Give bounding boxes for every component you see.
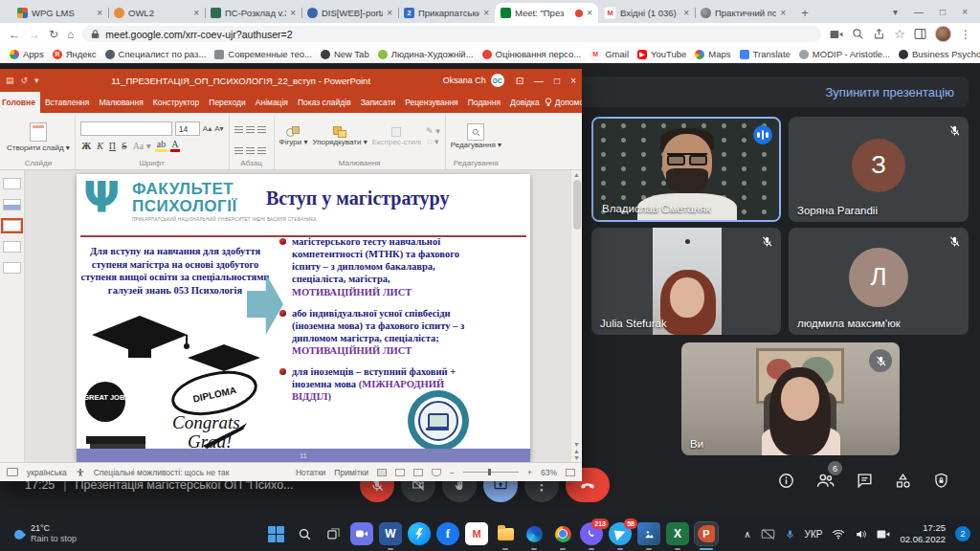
telegram-button[interactable]: 58 — [609, 522, 632, 545]
excel-button[interactable]: X — [666, 522, 689, 545]
profile-avatar[interactable] — [935, 26, 951, 42]
ribbon-tab-insert[interactable]: Вставлення — [40, 92, 94, 113]
tab-wpg-lms[interactable]: WPG LMS× — [11, 3, 108, 23]
italic-button[interactable]: К — [96, 141, 105, 151]
slide-thumbnail[interactable] — [3, 178, 21, 189]
home-button[interactable]: ⌂ — [67, 29, 74, 40]
ribbon-tab-home[interactable]: Головне — [0, 92, 40, 113]
bookmark-youtube[interactable]: ▶YouTube — [637, 49, 686, 59]
numbering-icon[interactable] — [246, 126, 255, 127]
comments-button[interactable]: Примітки — [334, 468, 368, 477]
tab-owl2[interactable]: OWL2× — [108, 3, 205, 23]
close-button[interactable]: × — [962, 7, 968, 17]
slide-thumbnail[interactable] — [3, 262, 21, 274]
text-shadow-button[interactable]: Аа ▾ — [131, 141, 152, 151]
bold-button[interactable]: Ж — [80, 141, 93, 151]
account-info[interactable]: Oksana ChОС — [443, 74, 504, 87]
bookmark-apps[interactable]: Apps — [10, 49, 44, 59]
ribbon-tab-animations[interactable]: Анімація — [251, 92, 293, 113]
browser-menu-icon[interactable]: ⋮ — [960, 29, 971, 40]
ribbon-display-options-icon[interactable]: ⊡ — [516, 76, 523, 86]
slide-sorter-view-icon[interactable] — [395, 469, 405, 476]
bookmark-yandex[interactable]: ЯЯндекс — [53, 49, 97, 59]
tell-me-button[interactable]: Допомога — [545, 98, 582, 107]
gmail-button[interactable]: M — [465, 522, 488, 545]
tab-meet-active[interactable]: Meet: "През× — [495, 3, 598, 23]
volume-icon[interactable] — [855, 528, 867, 540]
bookmark-gmail[interactable]: MGmail — [590, 49, 629, 60]
ppt-minimize-button[interactable]: — — [534, 76, 544, 86]
zoom-level[interactable]: 63% — [541, 468, 557, 477]
participant-tile-vladyslav[interactable]: Владислав Сметаняк — [591, 117, 781, 222]
new-slide-button[interactable]: Створити слайд ▾ — [7, 122, 70, 152]
font-size-box[interactable]: 14 — [175, 121, 200, 136]
tab-search-icon[interactable]: ▾ — [893, 7, 898, 17]
save-icon[interactable]: ▤ — [6, 76, 14, 85]
undo-icon[interactable]: ↺ — [21, 76, 29, 85]
font-name-box[interactable] — [80, 121, 172, 136]
font-color-button[interactable]: А — [170, 139, 180, 152]
bookmark-translate[interactable]: Translate — [740, 49, 791, 59]
bookmark-modip[interactable]: MODIP - Aristotle... — [799, 49, 890, 59]
align-right-icon[interactable] — [257, 147, 266, 148]
shapes-button[interactable]: Фігури ▾ — [279, 126, 308, 147]
host-controls-button[interactable] — [932, 472, 950, 490]
ribbon-tab-slideshow[interactable]: Показ слайдів — [293, 92, 356, 113]
tab-close-icon[interactable]: × — [483, 8, 489, 18]
ppt-maximize-button[interactable]: □ — [554, 76, 560, 86]
tab-close-icon[interactable]: × — [587, 8, 592, 18]
zoom-slider[interactable] — [463, 472, 519, 473]
participant-tile-julia[interactable]: Julia Stefurak — [591, 228, 781, 335]
share-icon[interactable] — [873, 28, 885, 40]
wifi-icon[interactable] — [832, 529, 845, 540]
taskbar-search[interactable] — [293, 522, 316, 545]
slide-thumbnail-selected[interactable] — [3, 220, 21, 231]
arrange-button[interactable]: Упорядкувати ▾ — [312, 126, 367, 147]
participant-tile-lyudmyla[interactable]: Л людмила максим'юк — [789, 228, 969, 335]
maximize-button[interactable]: □ — [940, 7, 946, 17]
word-button[interactable]: W — [379, 522, 402, 545]
tab-gmail-inbox[interactable]: MВхідні (1 036) - о× — [598, 3, 695, 23]
fit-slide-icon[interactable] — [566, 469, 575, 476]
notification-badge[interactable]: 2 — [955, 526, 970, 541]
underline-button[interactable]: П — [107, 141, 117, 151]
zoom-slider-thumb[interactable] — [488, 469, 491, 475]
bookmark-star-icon[interactable]: ☆ — [894, 28, 905, 40]
tab-close-icon[interactable]: × — [193, 8, 199, 18]
normal-view-icon[interactable] — [377, 469, 387, 476]
tab-close-icon[interactable]: × — [97, 8, 102, 18]
taskbar-clock[interactable]: 17:2502.06.2022 — [900, 522, 946, 545]
highlight-color-button[interactable]: ab — [155, 139, 167, 152]
tab-close-icon[interactable]: × — [780, 8, 786, 18]
bullets-icon[interactable] — [234, 126, 243, 127]
participant-tile-zoryana[interactable]: З Зоряна Parandii — [789, 117, 969, 222]
tab-dis-portal[interactable]: DIS[WEB]-portal× — [301, 3, 398, 23]
ppt-close-button[interactable]: × — [570, 76, 576, 86]
meeting-details-button[interactable] — [777, 472, 795, 490]
strikethrough-button[interactable]: S — [121, 141, 129, 151]
teams-chat-button[interactable] — [350, 522, 373, 545]
tab-close-icon[interactable]: × — [290, 8, 296, 18]
facebook-button[interactable]: f — [436, 522, 459, 545]
scroll-down-icon[interactable]: ▼ — [573, 441, 580, 448]
ribbon-tab-draw[interactable]: Малювання — [94, 92, 147, 113]
slide-scrollbar[interactable]: ▲ ▼ ▲ ▼ — [570, 170, 582, 462]
reload-button[interactable]: ↻ — [49, 29, 58, 40]
next-slide-icon[interactable]: ▼ — [573, 454, 580, 461]
messenger-button[interactable] — [408, 522, 431, 545]
align-left-icon[interactable] — [234, 147, 243, 148]
participants-button[interactable]: 6 — [815, 471, 835, 491]
stop-presentation-button[interactable]: Зупинити презентацію — [826, 85, 954, 99]
indent-icon[interactable] — [257, 126, 266, 127]
tab-praktychnyi[interactable]: Практичний пси× — [695, 3, 791, 23]
bookmark-maps[interactable]: Maps — [695, 49, 730, 59]
photos-button[interactable] — [637, 522, 660, 545]
ribbon-tab-design[interactable]: Конструктор — [148, 92, 204, 113]
file-explorer-button[interactable] — [494, 522, 517, 545]
cast-off-icon[interactable] — [761, 528, 775, 540]
align-center-icon[interactable] — [246, 147, 255, 148]
zoom-icon[interactable] — [852, 28, 864, 40]
side-panel-icon[interactable] — [914, 28, 926, 40]
scrollbar-thumb[interactable] — [573, 180, 581, 230]
previous-slide-icon[interactable]: ▲ — [573, 448, 580, 454]
